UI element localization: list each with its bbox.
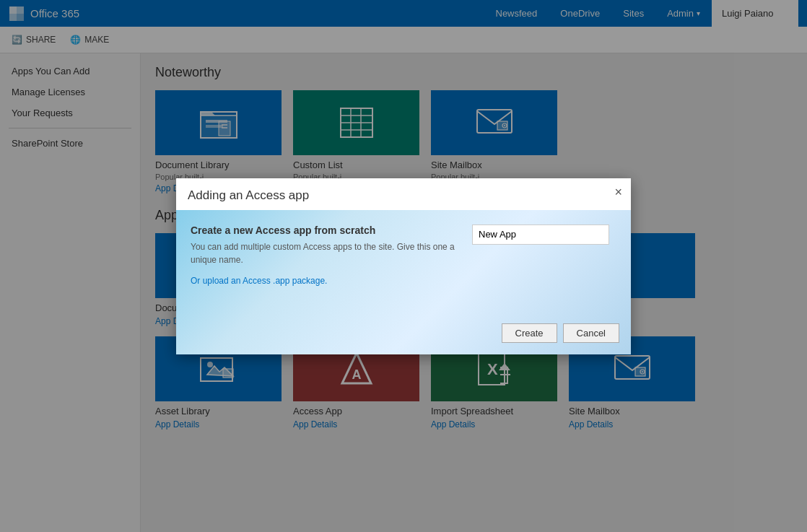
create-button[interactable]: Create <box>502 323 557 343</box>
app-name-input[interactable] <box>472 224 609 245</box>
modal-upload-link[interactable]: Or upload an Access .app package. <box>191 276 327 286</box>
modal-create-desc: You can add multiple custom Access apps … <box>191 240 458 266</box>
access-app-modal: Adding an Access app × Create a new Acce… <box>176 178 631 354</box>
modal-close-button[interactable]: × <box>614 186 622 199</box>
modal-overlay: Adding an Access app × Create a new Acce… <box>0 0 807 532</box>
modal-body-inner: Create a new Access app from scratch You… <box>191 224 616 287</box>
modal-buttons: Create Cancel <box>502 323 620 343</box>
modal-create-title: Create a new Access app from scratch <box>191 224 458 236</box>
modal-left-panel: Create a new Access app from scratch You… <box>191 224 458 287</box>
modal-right-panel <box>472 224 616 245</box>
modal-header: Adding an Access app × <box>176 178 631 210</box>
modal-title: Adding an Access app <box>188 188 309 202</box>
cancel-button[interactable]: Cancel <box>563 323 619 343</box>
modal-body: Create a new Access app from scratch You… <box>176 210 631 354</box>
